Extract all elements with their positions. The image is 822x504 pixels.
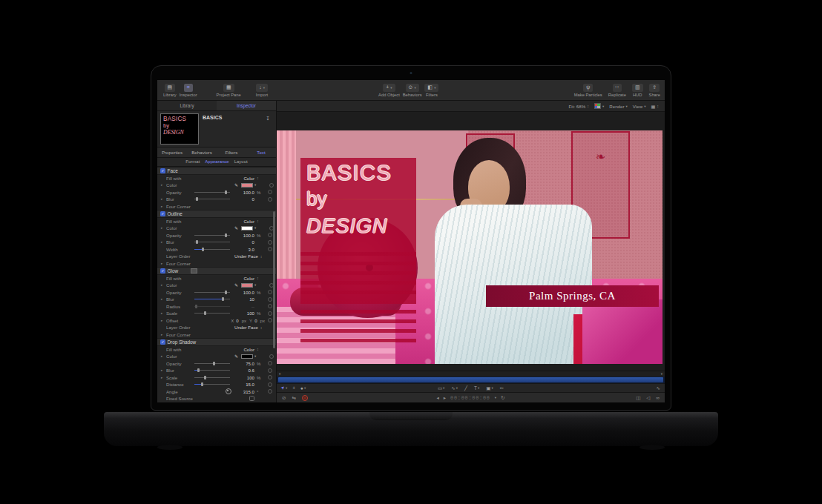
eyedropper-icon[interactable]: ✎ (234, 282, 238, 288)
popup-value[interactable]: Under Face (234, 253, 258, 259)
slider-value[interactable]: 100.0 (234, 233, 254, 238)
slider-track[interactable] (194, 306, 230, 307)
record-button[interactable] (302, 395, 308, 401)
popup-stepper-icon[interactable]: ↕ (260, 254, 269, 259)
disclosure-icon[interactable]: ▸ (161, 354, 165, 358)
play-button[interactable]: ▸ (444, 395, 446, 401)
dial-value[interactable]: 315.0 (234, 389, 254, 394)
tab-behaviors[interactable]: Behaviors (187, 147, 217, 157)
popup-stepper-icon[interactable]: ↕ (256, 219, 265, 223)
image-well-icon[interactable] (191, 268, 197, 274)
slider-handle[interactable] (204, 311, 206, 315)
slider-handle[interactable] (225, 190, 227, 194)
timeline-layer-bar[interactable]: BASICS (278, 377, 663, 382)
keyframe-button[interactable] (266, 190, 273, 194)
pin-icon[interactable]: ↧ (266, 116, 270, 122)
disclosure-icon[interactable]: ▸ (161, 376, 165, 379)
popup-value[interactable]: Color (234, 347, 254, 352)
disclosure-icon[interactable]: ▸ (161, 297, 165, 301)
toolbar-button-add-object[interactable]: +▾Add Object (378, 84, 400, 97)
checkbox-fixed-source[interactable] (249, 396, 254, 401)
popup-stepper-icon[interactable]: ↕ (256, 176, 265, 180)
linked-panes-icon[interactable]: ∞ (656, 395, 660, 400)
checkbox-glow[interactable]: ✓ (160, 268, 165, 273)
keyframe-button[interactable] (266, 197, 273, 202)
slider-track[interactable] (194, 249, 230, 250)
disclosure-icon[interactable]: ▸ (161, 311, 165, 315)
keyframe-button[interactable] (266, 375, 273, 379)
disclosure-icon[interactable]: ▸ (161, 283, 165, 287)
popup-value[interactable]: Under Face (234, 325, 258, 330)
popup-stepper-icon[interactable]: ↕ (256, 347, 265, 351)
angle-dial[interactable] (226, 388, 231, 394)
disclosure-icon[interactable]: ▸ (161, 262, 165, 265)
keyframe-button[interactable] (266, 311, 273, 316)
slider-value[interactable]: 75.0 (234, 361, 254, 366)
toolbar-button-make-particles[interactable]: ψMake Particles (574, 84, 602, 97)
disclosure-icon[interactable]: ▸ (161, 240, 165, 244)
slider-handle[interactable] (195, 305, 197, 308)
toolbar-button-inspector[interactable]: ≡Inspector (180, 84, 197, 97)
shape-paint-tool-icon[interactable]: ●▾ (300, 385, 306, 391)
keyframe-button[interactable] (266, 304, 273, 308)
disclosure-icon[interactable]: ▸ (161, 226, 165, 230)
popup-value[interactable]: Color (234, 219, 254, 224)
eyedropper-icon[interactable]: ✎ (234, 182, 238, 188)
toolbar-button-share[interactable]: ⇧Share (649, 84, 660, 97)
panel-scrollbar[interactable] (273, 211, 275, 348)
popup-stepper-icon[interactable]: ↕ (260, 325, 269, 330)
previous-frame-button[interactable]: ◂ (437, 395, 439, 401)
section-header-drop-shadow[interactable]: ✓Drop Shadow (157, 338, 276, 346)
slider-value[interactable]: 15.0 (234, 382, 254, 387)
disclosure-icon[interactable]: ▸ (161, 197, 165, 201)
slider-track[interactable] (194, 313, 230, 314)
toolbar-button-hud[interactable]: ▥HUD (632, 84, 643, 97)
slider-value[interactable]: 100.0 (234, 290, 254, 295)
popup-value[interactable]: Color (234, 276, 254, 281)
timeline-track[interactable]: BASICS (277, 377, 665, 383)
popup-stepper-icon[interactable]: ↕ (256, 276, 265, 280)
speaker-icon[interactable]: ◁ (646, 395, 650, 401)
slider-value[interactable]: 100 (234, 311, 254, 316)
project-canvas[interactable]: ❧ ❧ (277, 130, 662, 364)
color-swatch[interactable] (241, 354, 253, 359)
slider-track[interactable] (194, 377, 230, 378)
disclosure-icon[interactable]: ▸ (161, 368, 165, 372)
slider-handle[interactable] (196, 240, 198, 244)
crop-tool-icon[interactable]: ✂ (500, 385, 504, 391)
keyframe-button[interactable] (266, 382, 273, 387)
section-header-face[interactable]: ✓Face (157, 167, 276, 175)
slider-track[interactable] (194, 299, 230, 299)
slider-value[interactable]: 100.0 (234, 190, 254, 195)
slider-handle[interactable] (222, 297, 224, 301)
checkbox-drop-shadow[interactable]: ✓ (160, 339, 165, 345)
checkbox-outline[interactable]: ✓ (160, 211, 165, 216)
rectangle-tool-icon[interactable]: ▭▾ (438, 385, 444, 391)
slider-handle[interactable] (213, 362, 215, 365)
slider-track[interactable] (194, 235, 230, 236)
slider-track[interactable] (194, 242, 230, 242)
section-header-glow[interactable]: ✓Glow (157, 267, 276, 275)
toolbar-button-library[interactable]: ▤Library (163, 84, 177, 97)
keyframe-button[interactable] (266, 318, 273, 322)
slider-track[interactable] (194, 384, 230, 385)
play-range-end-marker[interactable]: ▾ (661, 372, 662, 376)
tab-library[interactable]: Library (157, 101, 217, 110)
slider-handle[interactable] (225, 233, 227, 237)
color-swatch[interactable] (241, 183, 253, 188)
tab-text[interactable]: Text (246, 147, 276, 157)
playback-loop-icon[interactable]: ↻ (501, 395, 504, 401)
eyedropper-icon[interactable]: ✎ (234, 225, 238, 231)
offset-value[interactable]: 0 (236, 318, 238, 323)
section-header-outline[interactable]: ✓Outline (157, 210, 276, 218)
slider-value[interactable]: 3.0 (234, 247, 254, 252)
slider-handle[interactable] (196, 197, 198, 201)
keyframe-curve-icon[interactable]: ∿ (657, 385, 660, 391)
eyedropper-icon[interactable]: ✎ (234, 354, 238, 359)
slider-value[interactable]: -- (234, 304, 254, 309)
tab-properties[interactable]: Properties (157, 147, 187, 157)
title-text-layer[interactable]: BASICS by DESIGN (306, 160, 392, 240)
slider-value[interactable]: 100 (234, 375, 254, 380)
timecode-display[interactable]: 00:00:00:00 (450, 395, 490, 401)
pane-toggle-icon[interactable]: ◫ (636, 395, 640, 401)
